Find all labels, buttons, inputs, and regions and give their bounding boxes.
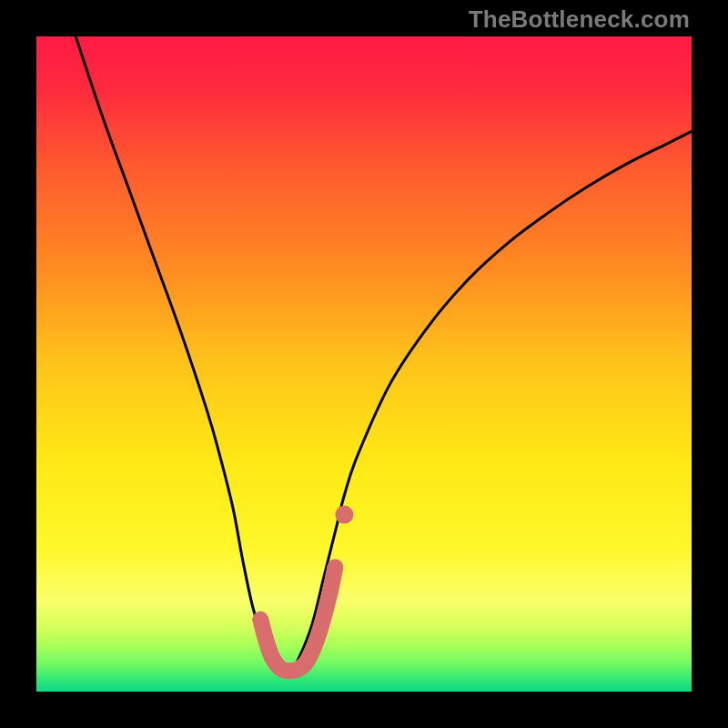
watermark-text: TheBottleneck.com: [469, 5, 690, 34]
basin-highlight: [260, 567, 335, 671]
basin-dot: [335, 506, 353, 524]
plot-area: [36, 36, 692, 692]
bottleneck-curve: [76, 36, 692, 671]
curve-layer: [36, 36, 692, 692]
outer-frame: TheBottleneck.com: [0, 0, 728, 728]
